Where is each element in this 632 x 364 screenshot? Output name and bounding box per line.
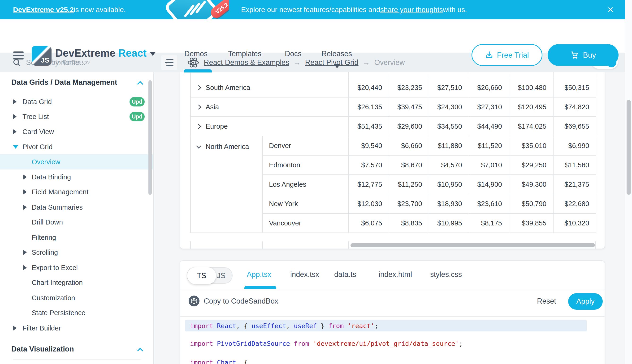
reset-button[interactable]: Reset <box>537 290 556 313</box>
section-data-visualization[interactable]: Data Visualization <box>0 345 74 354</box>
sidebar-item-filtering[interactable]: Filtering <box>0 230 153 245</box>
banner-close-icon[interactable]: ✕ <box>604 3 617 16</box>
releases-caret-icon <box>334 64 340 68</box>
expand-right-icon <box>13 326 17 331</box>
apply-button[interactable]: Apply <box>568 293 603 310</box>
horizontal-scrollbar[interactable] <box>350 243 595 248</box>
sidebar-item-card-view[interactable]: Card View <box>0 124 153 139</box>
sidebar-item-state-persistence[interactable]: State Persistence <box>0 305 153 320</box>
free-trial-button[interactable]: Free Trial <box>472 44 542 66</box>
expand-right-icon <box>23 205 27 210</box>
active-tab-indicator <box>244 286 276 289</box>
expand-right-icon <box>23 265 27 270</box>
banner-logo-art: V25.2 <box>151 0 229 19</box>
page-scrollbar-track[interactable] <box>625 0 632 364</box>
devextreme-js-logo[interactable]: JS <box>32 46 52 66</box>
code-line: import PivotGridDataSource from 'devextr… <box>180 336 604 351</box>
sidebar-item-field-management[interactable]: Field Management <box>0 184 153 200</box>
cart-icon <box>570 50 579 60</box>
expand-right-icon <box>23 174 27 180</box>
table-row-clipped <box>190 72 596 78</box>
sidebar-item-drill-down[interactable]: Drill Down <box>0 214 153 230</box>
section-collapse-icon[interactable] <box>138 80 142 86</box>
code-line: import Chart, { <box>180 354 604 364</box>
table-row-south-america[interactable]: South America $20,440$23,235$27,510$26,6… <box>190 78 596 97</box>
nav-docs[interactable]: Docs <box>285 50 302 58</box>
share-thoughts-link[interactable]: share your thoughts <box>380 6 443 14</box>
framework-label: React <box>118 47 146 59</box>
app-header: JS DevExtremeReact by DevExpress Demos T… <box>0 19 632 53</box>
code-editor[interactable]: import React, { useEffect, useRef } from… <box>180 317 604 364</box>
active-nav-indicator <box>184 70 212 72</box>
collapse-panel-icon <box>164 57 175 68</box>
sidebar-item-filter-builder[interactable]: Filter Builder <box>0 320 153 336</box>
upd-badge: Upd <box>129 97 145 106</box>
sidebar-item-data-summaries[interactable]: Data Summaries <box>0 200 153 215</box>
collapse-sidebar-button[interactable] <box>161 55 177 70</box>
breadcrumb-separator: → <box>363 58 370 67</box>
expand-right-icon <box>23 189 27 194</box>
page-scrollbar-thumb[interactable] <box>626 100 631 195</box>
banner-release-link[interactable]: DevExtreme v25.2 <box>13 6 74 14</box>
pivot-grid-demo-card: South America $20,440$23,235$27,510$26,6… <box>180 72 605 249</box>
ts-js-toggle[interactable]: TS JS <box>187 267 233 284</box>
section-collapse-icon[interactable] <box>138 347 142 353</box>
sub-brand: by DevExpress <box>56 59 90 65</box>
chevron-right-icon[interactable] <box>196 85 201 90</box>
brand-title[interactable]: DevExtremeReact <box>55 47 155 59</box>
sidebar-item-customization[interactable]: Customization <box>0 290 153 306</box>
sidebar-item-data-grid[interactable]: Data GridUpd <box>0 94 153 109</box>
nav-releases[interactable]: Releases <box>321 50 352 58</box>
expand-right-icon <box>23 250 27 255</box>
code-line: import React, { useEffect, useRef } from… <box>185 320 587 332</box>
group-cell-north-america[interactable]: North America <box>190 136 263 233</box>
hamburger-menu-icon[interactable] <box>13 52 24 60</box>
banner-release-rest: is now available. <box>74 6 126 14</box>
section-data-grids[interactable]: Data Grids / Data Management <box>0 78 117 87</box>
download-icon <box>485 51 494 59</box>
chevron-right-icon[interactable] <box>196 124 201 129</box>
sidebar-item-tree-list[interactable]: Tree ListUpd <box>0 109 153 124</box>
table-row-denver[interactable]: North America Denver $9,540$6,660$11,880… <box>190 136 596 155</box>
ts-toggle-option[interactable]: TS <box>187 267 216 284</box>
sidebar-item-chart-integration[interactable]: Chart Integration <box>0 275 153 290</box>
promo-banner: DevExtreme v25.2 is now available. V25.2… <box>0 0 632 19</box>
breadcrumb-separator: → <box>294 58 301 67</box>
expand-right-icon <box>13 99 17 104</box>
nav-templates[interactable]: Templates <box>228 50 261 58</box>
js-toggle-option[interactable]: JS <box>217 268 226 284</box>
pivot-bottom-strip <box>190 241 596 249</box>
tab-styles-css[interactable]: styles.css <box>430 270 462 279</box>
sidebar-item-pivot-grid[interactable]: Pivot Grid <box>0 139 153 154</box>
sidebar-item-overview[interactable]: Overview <box>0 154 153 170</box>
expand-right-icon <box>13 129 17 134</box>
chevron-right-icon[interactable] <box>196 104 201 109</box>
sidebar-item-scrolling[interactable]: Scrolling <box>0 245 153 260</box>
tab-data-ts[interactable]: data.ts <box>334 270 356 279</box>
table-row-asia[interactable]: Asia $26,135$39,475$24,300$27,310$120,49… <box>190 97 596 116</box>
framework-caret-icon <box>150 52 155 56</box>
tab-index-tsx[interactable]: index.tsx <box>290 270 319 279</box>
sidebar-item-export-to-excel[interactable]: Export to Excel <box>0 260 153 275</box>
breadcrumb-pivot-grid-link[interactable]: React Pivot Grid <box>305 58 358 67</box>
upd-badge: Upd <box>129 112 145 121</box>
code-lines: import React, { useEffect, useRef } from… <box>180 320 604 364</box>
tab-index-html[interactable]: index.html <box>379 270 412 279</box>
react-icon <box>187 56 199 69</box>
tab-app-tsx[interactable]: App.tsx <box>247 270 271 279</box>
copy-to-codesandbox-button[interactable]: Copy to CodeSandBox <box>204 290 278 313</box>
chevron-down-icon[interactable] <box>196 144 201 148</box>
expand-right-icon <box>13 114 17 119</box>
banner-message: Explore our newest features/capabilities… <box>241 0 467 19</box>
sidebar-item-data-binding[interactable]: Data Binding <box>0 170 153 184</box>
table-row-europe[interactable]: Europe $51,435$29,600$34,550$44,490$174,… <box>190 116 596 136</box>
breadcrumb-demos-link[interactable]: React Demos & Examples <box>204 58 289 67</box>
codesandbox-icon[interactable] <box>189 296 199 306</box>
nav-demos[interactable]: Demos <box>184 50 207 58</box>
sidebar-scrollbar[interactable] <box>148 80 152 195</box>
code-viewer-card: TS JS App.tsx index.tsx data.ts index.ht… <box>180 260 605 364</box>
buy-button[interactable]: Buy <box>548 44 618 66</box>
pivot-grid-table: South America $20,440$23,235$27,510$26,6… <box>190 72 596 233</box>
breadcrumb-current: Overview <box>374 58 405 67</box>
sidebar-nav: Data Grids / Data Management Data GridUp… <box>0 72 154 364</box>
